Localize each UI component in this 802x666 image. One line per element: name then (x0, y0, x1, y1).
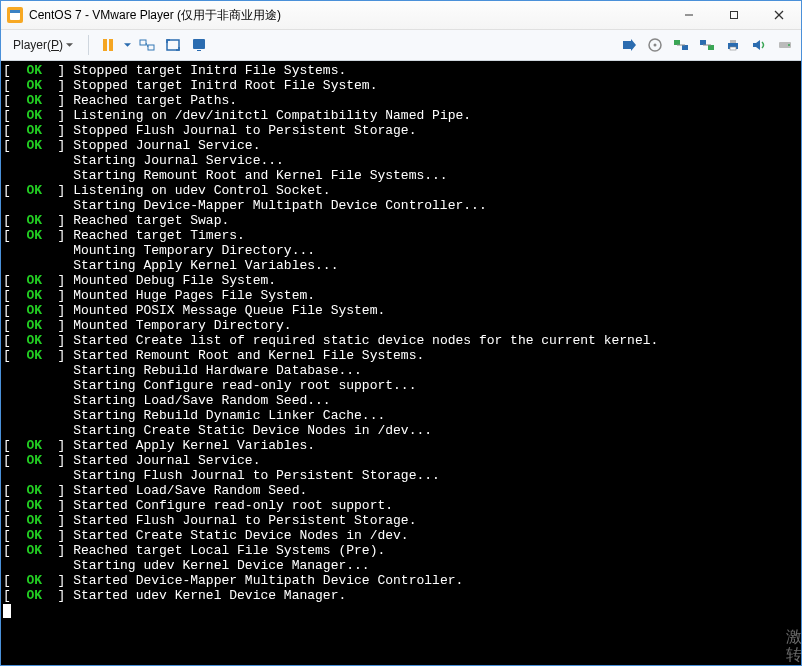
pause-icon (100, 37, 116, 53)
printer-icon (725, 37, 741, 53)
player-menu-label: Player(P) (13, 38, 63, 52)
unity-button[interactable] (189, 35, 209, 55)
app-window: CentOS 7 - VMware Player (仅用于非商业用途) Play… (0, 0, 802, 666)
cd-icon (647, 37, 663, 53)
svg-point-31 (788, 44, 790, 46)
printer-device-button[interactable] (723, 35, 743, 55)
svg-rect-27 (730, 40, 736, 43)
svg-rect-20 (674, 40, 680, 45)
svg-rect-15 (193, 39, 205, 49)
svg-rect-8 (103, 39, 107, 51)
svg-rect-21 (682, 45, 688, 50)
fullscreen-icon (165, 37, 181, 53)
send-key-button[interactable] (619, 35, 639, 55)
drive-icon (777, 37, 793, 53)
network-icon (673, 37, 689, 53)
chevron-down-icon[interactable] (124, 43, 131, 47)
network2-icon (699, 37, 715, 53)
svg-rect-24 (708, 45, 714, 50)
toolbar: Player(P) (1, 30, 801, 61)
send-key-icon (621, 37, 637, 53)
chevron-down-icon (66, 43, 73, 47)
close-button[interactable] (756, 1, 801, 29)
terminal[interactable]: [ OK ] Stopped target Initrd File System… (1, 61, 801, 665)
send-ctrl-alt-del-button[interactable] (137, 35, 157, 55)
svg-marker-7 (66, 43, 73, 47)
sound-icon (751, 37, 767, 53)
svg-rect-9 (109, 39, 113, 51)
svg-rect-16 (197, 50, 201, 51)
svg-marker-17 (623, 39, 636, 51)
maximize-button[interactable] (711, 1, 756, 29)
fit-guest-icon (139, 37, 155, 53)
window-title: CentOS 7 - VMware Player (仅用于非商业用途) (29, 7, 666, 24)
svg-rect-14 (167, 40, 179, 50)
titlebar: CentOS 7 - VMware Player (仅用于非商业用途) (1, 1, 801, 30)
svg-rect-12 (148, 45, 154, 50)
minimize-button[interactable] (666, 1, 711, 29)
svg-rect-2 (10, 10, 20, 13)
sound-device-button[interactable] (749, 35, 769, 55)
svg-rect-28 (730, 47, 736, 50)
cd-device-button[interactable] (645, 35, 665, 55)
app-icon (7, 7, 23, 23)
unity-icon (191, 37, 207, 53)
player-menu[interactable]: Player(P) (7, 36, 79, 54)
svg-point-19 (654, 44, 657, 47)
svg-marker-29 (753, 40, 760, 50)
svg-rect-23 (700, 40, 706, 45)
pause-button[interactable] (98, 35, 118, 55)
separator (88, 35, 89, 55)
svg-marker-10 (124, 43, 131, 47)
svg-rect-11 (140, 40, 146, 45)
svg-rect-4 (730, 12, 737, 19)
drive-device-button[interactable] (775, 35, 795, 55)
network2-device-button[interactable] (697, 35, 717, 55)
fullscreen-button[interactable] (163, 35, 183, 55)
network-device-button[interactable] (671, 35, 691, 55)
